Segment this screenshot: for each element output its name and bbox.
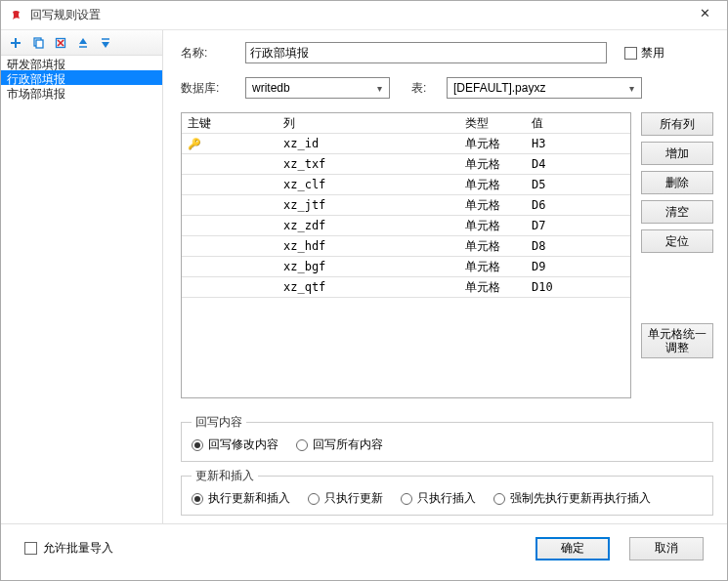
svg-rect-3 (36, 40, 43, 48)
chevron-down-icon: ▾ (623, 83, 639, 94)
radio-write-all[interactable]: 回写所有内容 (296, 436, 383, 453)
radio-update-insert[interactable]: 执行更新和插入 (192, 490, 290, 507)
name-label: 名称: (181, 45, 236, 62)
bulk-import-label: 允许批量导入 (43, 540, 113, 557)
add-row-button[interactable]: 增加 (641, 142, 713, 165)
columns-table: 主键 列 类型 值 🔑xz_id单元格H3 xz_txf单元格D4 xz_clf… (181, 112, 631, 398)
radio-write-modified[interactable]: 回写修改内容 (192, 436, 278, 453)
cancel-button[interactable]: 取消 (629, 537, 704, 560)
table-row[interactable]: xz_bgf单元格D9 (182, 257, 630, 277)
radio-update-only[interactable]: 只执行更新 (308, 490, 383, 507)
main-area: 研发部填报 行政部填报 市场部填报 名称: 禁用 数据库: writedb ▾ … (1, 30, 727, 523)
database-label: 数据库: (181, 80, 236, 97)
radio-force-update-then-insert[interactable]: 强制先执行更新再执行插入 (493, 490, 651, 507)
table-side-buttons: 所有列 增加 删除 清空 定位 单元格统一 调整 (641, 112, 713, 398)
left-panel: 研发部填报 行政部填报 市场部填报 (1, 30, 163, 523)
table-row[interactable]: xz_qtf单元格D10 (182, 277, 630, 298)
dialog-title: 回写规则设置 (30, 7, 690, 23)
rule-list: 研发部填报 行政部填报 市场部填报 (1, 56, 162, 523)
disable-label: 禁用 (641, 45, 664, 62)
move-down-icon[interactable] (95, 32, 116, 54)
app-logo-icon (9, 8, 24, 23)
delete-icon[interactable] (50, 32, 71, 54)
left-toolbar (1, 30, 162, 56)
all-columns-button[interactable]: 所有列 (641, 112, 713, 136)
table-label: 表: (411, 80, 437, 97)
add-icon[interactable] (5, 32, 26, 54)
list-item[interactable]: 行政部填报 (1, 70, 162, 85)
disable-checkbox[interactable] (624, 47, 637, 60)
name-input[interactable] (245, 42, 607, 63)
ok-button[interactable]: 确定 (535, 537, 610, 560)
updateinsert-fieldset: 更新和插入 执行更新和插入 只执行更新 只执行插入 强制先执行更新再执行插入 (181, 468, 713, 516)
table-header: 主键 列 类型 值 (182, 113, 630, 134)
chevron-down-icon: ▾ (371, 83, 387, 94)
writeback-fieldset: 回写内容 回写修改内容 回写所有内容 (181, 414, 713, 462)
title-bar: 回写规则设置 ✕ (1, 1, 727, 30)
move-up-icon[interactable] (72, 32, 94, 54)
copy-icon[interactable] (27, 32, 49, 54)
dialog-footer: 允许批量导入 确定 取消 (1, 523, 727, 572)
key-icon: 🔑 (188, 138, 201, 150)
table-row[interactable]: xz_hdf单元格D8 (182, 236, 630, 257)
list-item[interactable]: 市场部填报 (1, 85, 162, 100)
close-button[interactable]: ✕ (690, 6, 719, 25)
bulk-import-checkbox[interactable] (24, 542, 37, 555)
table-row[interactable]: xz_jtf单元格D6 (182, 195, 630, 216)
table-row[interactable]: xz_clf单元格D5 (182, 175, 630, 195)
table-select[interactable]: [DEFAULT].payxz ▾ (447, 77, 642, 99)
list-item[interactable]: 研发部填报 (1, 56, 162, 70)
delete-row-button[interactable]: 删除 (641, 171, 713, 194)
right-panel: 名称: 禁用 数据库: writedb ▾ 表: [DEFAULT].payxz… (163, 30, 727, 523)
radio-insert-only[interactable]: 只执行插入 (401, 490, 476, 507)
table-row[interactable]: xz_txf单元格D4 (182, 154, 630, 175)
table-row[interactable]: xz_zdf单元格D7 (182, 216, 630, 236)
database-select[interactable]: writedb ▾ (245, 77, 390, 99)
uniform-adjust-button[interactable]: 单元格统一 调整 (641, 323, 713, 358)
table-row[interactable]: 🔑xz_id单元格H3 (182, 134, 630, 154)
locate-button[interactable]: 定位 (641, 229, 713, 253)
clear-button[interactable]: 清空 (641, 200, 713, 224)
